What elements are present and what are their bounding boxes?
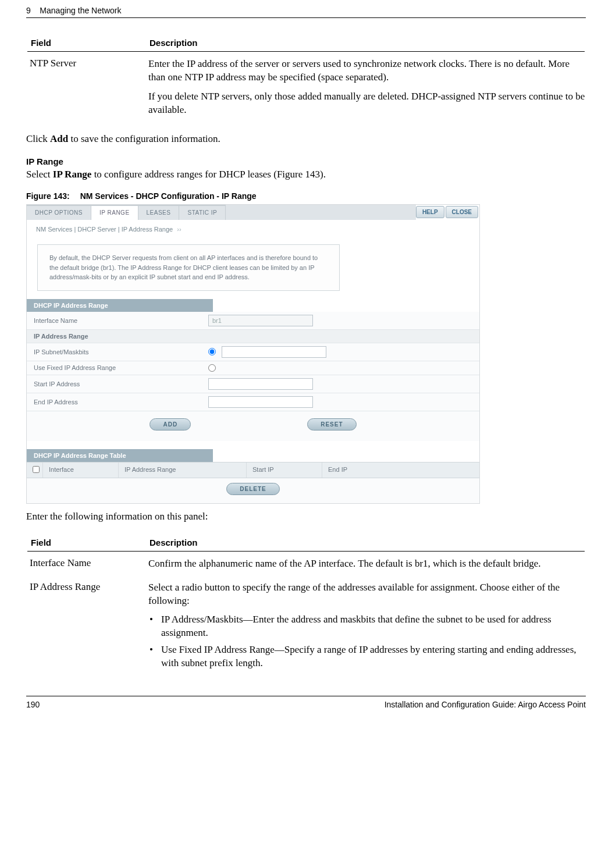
intro-box: By default, the DHCP Server requests fro… bbox=[37, 244, 340, 291]
tab-dhcp-options[interactable]: DHCP OPTIONS bbox=[27, 205, 91, 220]
doc-title: Installation and Configuration Guide: Ai… bbox=[385, 700, 586, 709]
field-table-ntp: Field Description NTP Server Enter the I… bbox=[26, 34, 586, 127]
radio-fixed-range[interactable] bbox=[208, 364, 216, 372]
table2-head-field: Field bbox=[27, 538, 150, 547]
table1-desc-ntp-p2: If you delete NTP servers, only those ad… bbox=[148, 90, 586, 117]
table-row: IP Address Range Select a radio button t… bbox=[26, 581, 586, 679]
table2-head-desc: Description bbox=[150, 538, 585, 547]
enter-info-paragraph: Enter the following information on this … bbox=[26, 510, 586, 524]
end-ip-input[interactable] bbox=[208, 396, 313, 408]
reset-button[interactable]: RESET bbox=[307, 418, 356, 431]
table2-field-iface: Interface Name bbox=[26, 557, 148, 577]
list-item: • Use Fixed IP Address Range—Specify a r… bbox=[148, 643, 586, 670]
select-all-checkbox[interactable] bbox=[33, 466, 40, 473]
tab-ip-range[interactable]: IP RANGE bbox=[91, 205, 138, 220]
table-row: NTP Server Enter the IP address of the s… bbox=[26, 58, 586, 127]
page-footer: 190 Installation and Configuration Guide… bbox=[26, 696, 586, 717]
section-title: Managing the Network bbox=[40, 6, 121, 15]
page-header: 9 Managing the Network bbox=[26, 0, 586, 18]
chevron-right-icon: ›› bbox=[177, 226, 181, 233]
label-end-ip: End IP Address bbox=[34, 399, 208, 405]
breadcrumb: NM Services | DHCP Server | IP Address R… bbox=[27, 220, 479, 236]
th-start-ip: Start IP bbox=[247, 463, 322, 478]
range-table-header: Interface IP Address Range Start IP End … bbox=[27, 462, 479, 478]
label-start-ip: Start IP Address bbox=[34, 380, 208, 387]
table1-head-desc: Description bbox=[150, 38, 585, 48]
bullet-icon: • bbox=[148, 613, 161, 640]
tab-static-ip[interactable]: STATIC IP bbox=[179, 205, 226, 220]
close-button[interactable]: CLOSE bbox=[446, 206, 478, 218]
list-item: • IP Address/Maskbits—Enter the address … bbox=[148, 613, 586, 640]
bullet-icon: • bbox=[148, 643, 161, 670]
label-ip-subnet-maskbits: IP Subnet/Maskbits bbox=[34, 348, 208, 355]
select-iprange-paragraph: Select IP Range to configure address ran… bbox=[26, 168, 586, 182]
screenshot-panel: DHCP OPTIONS IP RANGE LEASES STATIC IP H… bbox=[26, 204, 480, 504]
start-ip-input[interactable] bbox=[208, 378, 313, 390]
section-header-dhcp-range: DHCP IP Address Range bbox=[27, 299, 213, 312]
table2-field-range: IP Address Range bbox=[26, 581, 148, 674]
table1-head-field: Field bbox=[27, 38, 150, 48]
th-end-ip: End IP bbox=[322, 463, 479, 478]
iprange-subheading: IP Range bbox=[26, 156, 586, 166]
radio-ip-subnet[interactable] bbox=[208, 348, 216, 355]
help-button[interactable]: HELP bbox=[416, 206, 444, 218]
subheader-ip-address-range: IP Address Range bbox=[34, 333, 208, 340]
figure-caption: Figure 143:NM Services - DHCP Configurat… bbox=[26, 191, 586, 201]
table-row: Interface Name Confirm the alphanumeric … bbox=[26, 557, 586, 581]
bullet2-text: Use Fixed IP Address Range—Specify a ran… bbox=[161, 643, 586, 670]
bullet1-text: IP Address/Maskbits—Enter the address an… bbox=[161, 613, 586, 640]
delete-button[interactable]: DELETE bbox=[226, 483, 279, 495]
interface-name-input bbox=[208, 315, 313, 326]
ip-subnet-input[interactable] bbox=[222, 346, 326, 358]
section-header-range-table: DHCP IP Address Range Table bbox=[27, 449, 213, 462]
add-button[interactable]: ADD bbox=[150, 418, 191, 431]
table1-desc-ntp-p1: Enter the IP address of the server or se… bbox=[148, 58, 586, 84]
field-table-iprange: Field Description Interface Name Confirm… bbox=[26, 534, 586, 679]
label-use-fixed-range: Use Fixed IP Address Range bbox=[34, 364, 208, 371]
page-number: 190 bbox=[26, 700, 40, 709]
table1-field-ntp: NTP Server bbox=[26, 58, 148, 123]
table2-desc-range: Select a radio button to specify the ran… bbox=[148, 581, 586, 608]
th-ip-range: IP Address Range bbox=[119, 463, 247, 478]
table2-desc-iface: Confirm the alphanumeric name of the AP … bbox=[148, 557, 586, 571]
th-interface: Interface bbox=[43, 463, 119, 478]
click-add-paragraph: Click Add to save the configuration info… bbox=[26, 132, 586, 146]
section-number: 9 bbox=[26, 6, 31, 15]
label-interface-name: Interface Name bbox=[34, 317, 208, 324]
tab-leases[interactable]: LEASES bbox=[138, 205, 180, 220]
